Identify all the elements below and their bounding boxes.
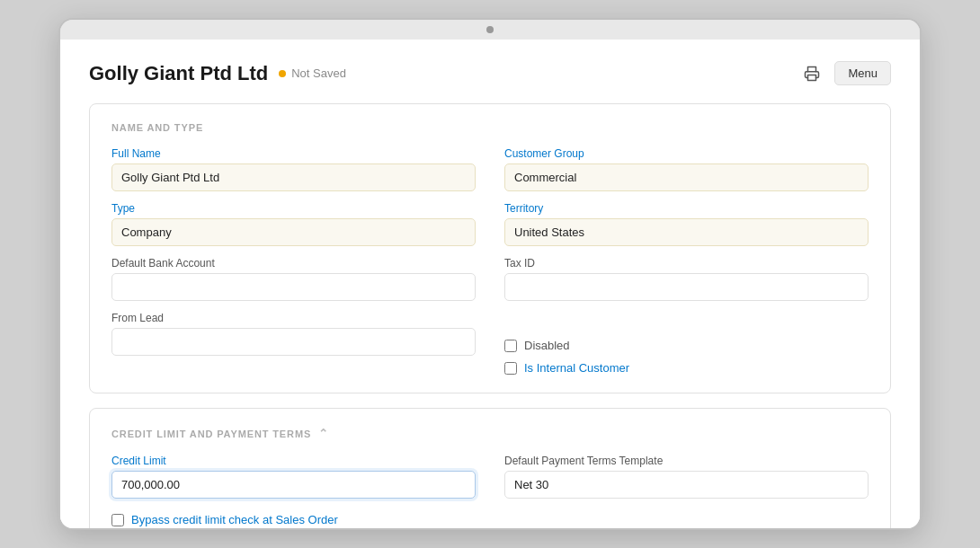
checkboxes-group: Disabled Is Internal Customer xyxy=(504,312,869,375)
customer-group-label: Customer Group xyxy=(504,147,869,160)
name-and-type-section: NAME AND TYPE Full Name Customer Group xyxy=(89,103,891,393)
chevron-up-icon: ⌃ xyxy=(318,427,329,440)
credit-limit-label: Credit Limit xyxy=(111,455,476,467)
payment-terms-label: Default Payment Terms Template xyxy=(504,455,869,467)
full-name-label: Full Name xyxy=(111,147,476,160)
section-credit-title: CREDIT LIMIT AND PAYMENT TERMS ⌃ xyxy=(111,427,869,440)
page-title: Golly Giant Ptd Ltd xyxy=(89,62,268,85)
territory-label: Territory xyxy=(504,202,869,215)
type-input[interactable] xyxy=(111,218,476,246)
payment-terms-group: Default Payment Terms Template xyxy=(504,455,869,499)
camera-dot xyxy=(486,26,494,33)
menu-button[interactable]: Menu xyxy=(834,61,891,85)
bypass-checkbox[interactable] xyxy=(111,514,124,526)
default-bank-account-group: Default Bank Account xyxy=(111,257,476,301)
tax-id-input[interactable] xyxy=(504,273,869,301)
not-saved-label: Not Saved xyxy=(291,66,346,80)
svg-rect-0 xyxy=(808,75,816,80)
from-lead-label: From Lead xyxy=(111,312,476,324)
is-internal-customer-label[interactable]: Is Internal Customer xyxy=(524,361,629,375)
from-lead-group: From Lead xyxy=(111,312,476,375)
default-bank-account-label: Default Bank Account xyxy=(111,257,476,270)
full-name-input[interactable] xyxy=(111,164,476,191)
tax-id-label: Tax ID xyxy=(504,257,869,270)
disabled-checkbox-label[interactable]: Disabled xyxy=(524,339,570,352)
type-group: Type xyxy=(111,202,476,246)
bypass-checkbox-row: Bypass credit limit check at Sales Order xyxy=(111,513,476,526)
disabled-checkbox-row: Disabled xyxy=(504,339,869,352)
bypass-checkbox-label[interactable]: Bypass credit limit check at Sales Order xyxy=(131,513,338,526)
customer-group-input[interactable] xyxy=(504,164,869,191)
territory-group: Territory xyxy=(504,202,869,246)
not-saved-dot xyxy=(279,70,286,77)
credit-limit-section: CREDIT LIMIT AND PAYMENT TERMS ⌃ Credit … xyxy=(89,408,891,528)
type-label: Type xyxy=(111,202,476,215)
full-name-group: Full Name xyxy=(111,147,476,191)
bypass-group: Bypass credit limit check at Sales Order xyxy=(111,509,476,526)
from-lead-input[interactable] xyxy=(111,328,476,356)
territory-input[interactable] xyxy=(504,218,869,246)
customer-group-group: Customer Group xyxy=(504,147,869,191)
section-name-type-title: NAME AND TYPE xyxy=(111,122,869,133)
page-header: Golly Giant Ptd Ltd Not Saved xyxy=(89,61,891,85)
credit-limit-input[interactable] xyxy=(111,471,476,499)
tax-id-group: Tax ID xyxy=(504,257,869,301)
payment-terms-input[interactable] xyxy=(504,471,869,499)
print-button[interactable] xyxy=(800,62,824,85)
credit-limit-group: Credit Limit xyxy=(111,455,476,499)
not-saved-badge: Not Saved xyxy=(279,66,346,80)
internal-customer-checkbox-row: Is Internal Customer xyxy=(504,361,869,375)
is-internal-customer-checkbox[interactable] xyxy=(504,362,517,375)
disabled-checkbox[interactable] xyxy=(504,340,517,352)
default-bank-account-input[interactable] xyxy=(111,273,476,301)
